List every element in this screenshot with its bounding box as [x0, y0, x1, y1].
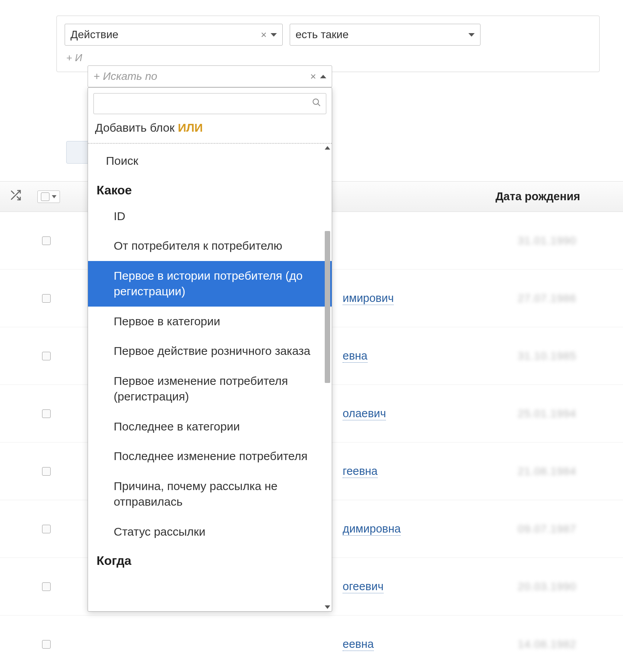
shuffle-icon[interactable]	[9, 189, 22, 204]
name-link-fragment[interactable]: еевна	[343, 638, 374, 651]
condition-combobox[interactable]: есть такие	[290, 24, 480, 46]
table-row: еевна14.08.1982	[0, 616, 623, 672]
chevron-down-icon[interactable]	[52, 195, 56, 198]
name-link-fragment[interactable]: димировна	[343, 522, 401, 536]
dropdown-item[interactable]: Последнее в категории	[88, 412, 332, 442]
dob-cell: 27.07.1986	[518, 292, 576, 305]
dropdown-search-wrap	[88, 88, 332, 120]
dropdown-list: ПоискКакоеIDОт потребителя к потребителю…	[88, 144, 332, 574]
chevron-down-icon[interactable]	[468, 33, 475, 37]
chevron-up-icon[interactable]	[320, 75, 326, 78]
dob-cell: 09.07.1987	[518, 523, 576, 535]
add-or-block[interactable]: Добавить блок ИЛИ	[88, 120, 332, 144]
svg-line-1	[318, 104, 320, 106]
search-icon	[312, 98, 321, 110]
action-value: Действие	[70, 28, 261, 41]
dropdown-list-wrap: ПоискКакоеIDОт потребителя к потребителю…	[88, 144, 332, 611]
row-checkbox[interactable]	[42, 467, 51, 476]
dropdown-group: Когда	[88, 547, 332, 572]
dob-cell: 31.01.1990	[518, 235, 576, 247]
svg-line-4	[11, 191, 14, 194]
select-all-checkbox[interactable]	[37, 190, 60, 203]
search-by-dropdown: Добавить блок ИЛИ ПоискКакоеIDОт потреби…	[88, 87, 332, 612]
add-and-hint[interactable]: + И	[66, 52, 591, 64]
row-checkbox[interactable]	[42, 236, 51, 245]
dob-cell: 20.03.1990	[518, 580, 576, 593]
condition-value: есть такие	[296, 28, 468, 41]
clear-icon[interactable]: ×	[261, 29, 267, 41]
name-link-fragment[interactable]: олаевич	[343, 407, 386, 420]
dropdown-search-input[interactable]	[93, 93, 326, 114]
dob-cell: 25.01.1994	[518, 407, 576, 420]
dropdown-item[interactable]: Статус рассылки	[88, 517, 332, 547]
clear-icon[interactable]: ×	[310, 71, 316, 83]
chevron-down-icon[interactable]	[271, 33, 277, 37]
dob-cell: 14.08.1982	[518, 638, 576, 651]
name-link-fragment[interactable]: имирович	[343, 292, 394, 305]
dropdown-item[interactable]: Первое в истории потребителя (до регистр…	[88, 261, 332, 307]
svg-point-0	[313, 99, 319, 104]
row-checkbox[interactable]	[42, 409, 51, 418]
dropdown-item[interactable]: Первое в категории	[88, 307, 332, 337]
dropdown-item[interactable]: Первое действие розничного заказа	[88, 336, 332, 366]
dropdown-group: Какое	[88, 176, 332, 201]
search-by-placeholder: + Искать по	[93, 70, 310, 83]
filter-row: Действие × есть такие	[65, 24, 591, 46]
scroll-down-icon[interactable]	[325, 605, 330, 609]
dropdown-item[interactable]: От потребителя к потребителю	[88, 231, 332, 261]
dob-cell: 31.10.1985	[518, 350, 576, 362]
action-combobox[interactable]: Действие ×	[65, 24, 283, 46]
add-or-word: ИЛИ	[178, 121, 203, 134]
dropdown-item[interactable]: Первое изменение потребителя (регистраци…	[88, 366, 332, 412]
name-link-fragment[interactable]: огеевич	[343, 580, 384, 593]
add-or-prefix: Добавить блок	[95, 121, 178, 134]
filter-panel: Действие × есть такие + И	[56, 16, 600, 72]
scrollbar[interactable]	[324, 146, 331, 609]
scroll-thumb[interactable]	[325, 231, 330, 383]
name-link-fragment[interactable]: евна	[343, 349, 368, 363]
name-link-fragment[interactable]: геевна	[343, 465, 378, 478]
dob-cell: 21.08.1984	[518, 465, 576, 478]
dropdown-item[interactable]: Поиск	[88, 146, 332, 176]
dropdown-item[interactable]: Последнее изменение потребителя	[88, 441, 332, 471]
dob-column-header[interactable]: Дата рождения	[495, 190, 580, 203]
row-checkbox[interactable]	[42, 352, 51, 360]
dropdown-item[interactable]: Причина, почему рассылка не отправилась	[88, 471, 332, 517]
search-by-combobox[interactable]: + Искать по ×	[88, 65, 332, 87]
dropdown-item[interactable]: ID	[88, 201, 332, 231]
row-checkbox[interactable]	[42, 294, 51, 303]
row-checkbox[interactable]	[42, 582, 51, 591]
scroll-up-icon[interactable]	[325, 146, 330, 150]
row-checkbox[interactable]	[42, 640, 51, 649]
checkbox-icon	[41, 192, 49, 201]
row-checkbox[interactable]	[42, 525, 51, 533]
partially-hidden-button[interactable]	[66, 141, 90, 164]
